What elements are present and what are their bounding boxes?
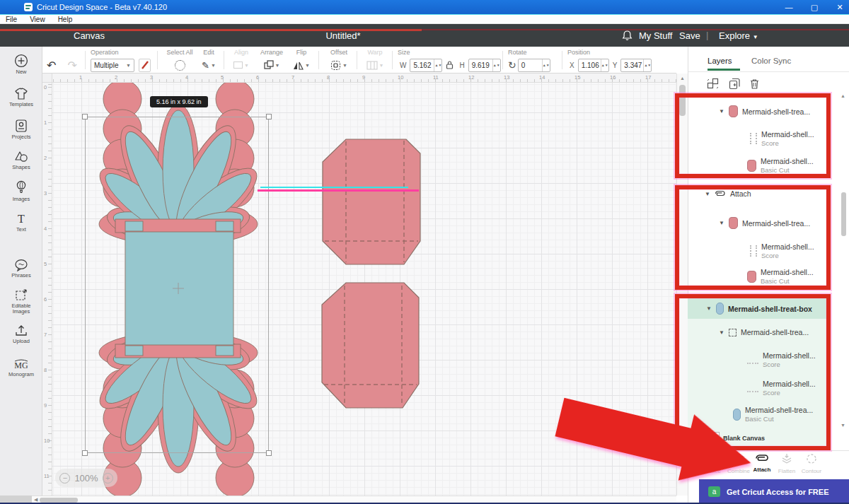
- rotate-icon[interactable]: ↻: [508, 59, 516, 71]
- sidebar-item-new[interactable]: New: [0, 54, 42, 75]
- width-stepper[interactable]: ▲▼: [434, 59, 441, 71]
- pen-color-swatch[interactable]: [139, 59, 151, 72]
- sidebar-item-shapes[interactable]: Shapes: [0, 149, 42, 170]
- canvas-vertical-scrollbar[interactable]: ▲: [676, 74, 688, 496]
- selected-group-row[interactable]: ▼ Mermaid-shell-treat-box: [706, 303, 812, 315]
- sidebar-item-text[interactable]: T Text: [0, 213, 42, 233]
- layer-cut-row[interactable]: Mermaid-shell... Basic Cut: [747, 157, 814, 174]
- sidebar-item-projects[interactable]: Projects: [0, 119, 42, 140]
- document-title[interactable]: Untitled*: [304, 30, 382, 41]
- close-button[interactable]: ✕: [835, 3, 845, 12]
- new-plus-icon: [14, 54, 28, 68]
- chevron-down-icon[interactable]: ▼: [719, 329, 724, 336]
- x-stepper[interactable]: ▲▼: [601, 59, 608, 71]
- tab-layers[interactable]: Layers: [708, 57, 732, 65]
- edit-menu-button[interactable]: ✎▼: [197, 57, 221, 73]
- chevron-down-icon[interactable]: ▼: [719, 220, 724, 226]
- phrases-icon: [14, 259, 28, 271]
- chevron-down-icon[interactable]: ▼: [705, 191, 710, 197]
- attach-group-row[interactable]: ▼ Attach: [705, 189, 751, 198]
- layer-group-row[interactable]: ▼ Mermaid-shell-trea...: [719, 217, 810, 229]
- combine-icon: [733, 453, 745, 464]
- selection-handle-top-left[interactable]: [82, 114, 88, 119]
- layer-cut-row[interactable]: Mermaid-shell-trea... Basic Cut: [733, 406, 813, 423]
- layer-name: Mermaid-shell-trea...: [742, 107, 810, 116]
- chevron-down-icon[interactable]: ▼: [719, 108, 724, 115]
- offset-button[interactable]: ▼: [324, 57, 354, 73]
- undo-icon[interactable]: ↶: [47, 59, 56, 72]
- scroll-left-arrow-icon[interactable]: ◀: [34, 497, 37, 503]
- trash-icon[interactable]: [749, 78, 760, 90]
- layer-score-row[interactable]: Mermaid-shell... Score: [750, 130, 814, 147]
- menu-view[interactable]: View: [30, 16, 45, 23]
- maximize-button[interactable]: ▢: [809, 3, 819, 12]
- layer-type: Score: [761, 252, 814, 259]
- slice-button[interactable]: Slice: [703, 453, 727, 474]
- vertical-scroll-thumb[interactable]: [679, 85, 686, 116]
- horizontal-scroll-thumb[interactable]: [40, 498, 78, 503]
- selection-handle-bottom-left[interactable]: [82, 450, 88, 456]
- layer-score-row[interactable]: Mermaid-shell... Score: [747, 380, 816, 397]
- selection-handle-bottom-right[interactable]: [266, 450, 272, 456]
- sidebar-item-monogram[interactable]: MG Monogram: [0, 357, 42, 377]
- select-all-icon[interactable]: [175, 60, 185, 71]
- position-x-input[interactable]: 1.106▲▼: [578, 59, 609, 72]
- menu-help[interactable]: Help: [58, 16, 73, 23]
- explore-menu[interactable]: Explore ▼: [719, 30, 758, 41]
- duplicate-icon[interactable]: [729, 78, 741, 90]
- contour-button[interactable]: Contour: [799, 453, 824, 474]
- sidebar-item-templates[interactable]: Templates: [0, 88, 42, 107]
- width-input[interactable]: 5.162▲▼: [410, 59, 442, 72]
- blank-canvas-row[interactable]: Blank Canvas: [723, 435, 765, 442]
- height-input[interactable]: 9.619▲▼: [468, 59, 501, 72]
- layers-scroll-thumb[interactable]: [841, 192, 846, 236]
- selection-bounding-box[interactable]: [85, 117, 269, 453]
- attach-button[interactable]: Attach: [750, 453, 774, 473]
- cricut-access-banner[interactable]: a Get Cricut Access for FREE: [699, 479, 849, 504]
- menu-file[interactable]: File: [6, 16, 17, 23]
- zoom-in-button[interactable]: +: [103, 473, 113, 484]
- selection-handle-top-right[interactable]: [266, 114, 272, 119]
- sidebar-item-editable-images[interactable]: Editable Images: [0, 288, 42, 315]
- redo-icon[interactable]: ↷: [67, 59, 76, 72]
- layer-group-row[interactable]: ▼ Mermaid-shell-trea...: [719, 105, 810, 117]
- zoom-out-button[interactable]: −: [59, 473, 70, 484]
- save-link[interactable]: Save: [679, 30, 700, 41]
- layer-score-row[interactable]: Mermaid-shell... Score: [747, 351, 816, 368]
- rotate-input[interactable]: 0▲▼: [518, 59, 550, 72]
- scroll-up-arrow-icon[interactable]: ▲: [680, 76, 685, 81]
- design-canvas[interactable]: 5.16 in x 9.62 in − 100% +: [52, 83, 676, 496]
- layers-scroll-down-icon[interactable]: ▼: [841, 423, 845, 428]
- ungroup-icon[interactable]: [707, 78, 719, 90]
- chevron-down-icon[interactable]: ▼: [706, 305, 712, 312]
- octagon-box-pieces[interactable]: [318, 134, 424, 411]
- lock-aspect-icon[interactable]: [445, 60, 454, 70]
- sidebar-item-images[interactable]: Images: [0, 180, 42, 202]
- sidebar-item-phrases[interactable]: Phrases: [0, 259, 42, 279]
- layer-score-row[interactable]: Mermaid-shell... Score: [750, 242, 814, 259]
- arrange-button[interactable]: ▼: [256, 57, 287, 73]
- flatten-button[interactable]: Flatten: [775, 453, 799, 474]
- layer-type: Basic Cut: [745, 415, 813, 423]
- sidebar-item-upload[interactable]: Upload: [0, 324, 42, 344]
- tab-color-sync[interactable]: Color Sync: [751, 57, 791, 65]
- minimize-button[interactable]: —: [784, 3, 794, 12]
- rotate-stepper[interactable]: ▲▼: [542, 59, 550, 71]
- operation-dropdown[interactable]: Multiple▼: [91, 59, 134, 72]
- flip-button[interactable]: ▼: [289, 57, 314, 73]
- layer-thumbnail: [747, 160, 756, 172]
- layers-scroll-up-icon[interactable]: ▲: [841, 93, 845, 98]
- position-y-input[interactable]: 3.347▲▼: [620, 59, 652, 72]
- flip-icon: [293, 61, 304, 70]
- arrange-icon: [264, 60, 274, 70]
- layer-name: Mermaid-shell-treat-box: [728, 305, 812, 313]
- height-stepper[interactable]: ▲▼: [492, 59, 500, 71]
- offset-icon: [330, 60, 341, 71]
- layer-subgroup-row[interactable]: ▼ Mermaid-shell-trea...: [719, 328, 809, 336]
- layer-cut-row[interactable]: Mermaid-shell... Basic Cut: [747, 268, 814, 285]
- selected-group-region: [678, 297, 828, 447]
- my-stuff-link[interactable]: My Stuff: [639, 30, 672, 41]
- y-stepper[interactable]: ▲▼: [643, 59, 651, 71]
- notifications-bell-icon[interactable]: [622, 30, 633, 41]
- combine-button[interactable]: Combine: [727, 453, 751, 474]
